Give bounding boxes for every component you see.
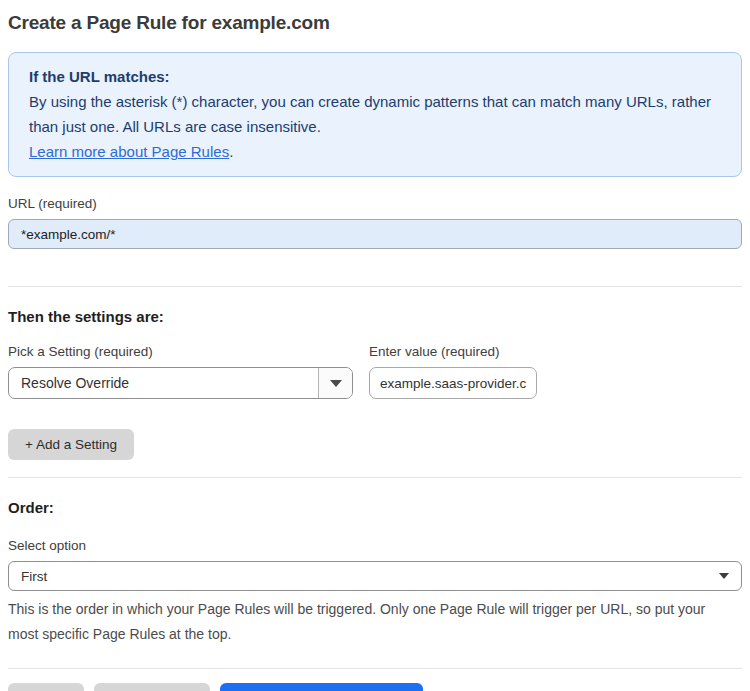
order-help-text: This is the order in which your Page Rul… xyxy=(8,597,734,647)
order-heading: Order: xyxy=(8,499,742,516)
footer-divider xyxy=(8,668,742,669)
page-rule-form: Create a Page Rule for example.com If th… xyxy=(0,12,750,691)
info-box-link-line: Learn more about Page Rules. xyxy=(29,139,721,164)
setting-select[interactable]: Resolve Override xyxy=(8,367,353,399)
chevron-down-icon xyxy=(719,573,729,579)
section-divider xyxy=(8,477,742,478)
add-setting-button[interactable]: + Add a Setting xyxy=(8,429,134,460)
page-title: Create a Page Rule for example.com xyxy=(8,12,742,34)
settings-heading: Then the settings are: xyxy=(8,308,742,325)
url-input[interactable] xyxy=(8,219,742,249)
settings-row: Pick a Setting (required) Resolve Overri… xyxy=(8,325,742,399)
setting-value-column: Enter value (required) xyxy=(369,332,537,399)
order-select[interactable]: First xyxy=(8,561,742,591)
link-suffix: . xyxy=(229,143,233,160)
order-select-value: First xyxy=(21,569,47,584)
info-box-body: By using the asterisk (*) character, you… xyxy=(29,89,721,139)
section-divider xyxy=(8,286,742,287)
setting-select-value: Resolve Override xyxy=(9,368,318,398)
url-match-info-box: If the URL matches: By using the asteris… xyxy=(8,52,742,177)
url-field-label: URL (required) xyxy=(8,196,742,211)
cancel-button[interactable]: Cancel xyxy=(8,683,84,691)
setting-select-arrow-button[interactable] xyxy=(318,368,352,398)
footer-actions: Cancel Save as Draft Save and Deploy Pag… xyxy=(8,683,742,691)
setting-picker-column: Pick a Setting (required) Resolve Overri… xyxy=(8,325,353,399)
save-as-draft-button[interactable]: Save as Draft xyxy=(94,683,210,691)
save-and-deploy-button[interactable]: Save and Deploy Page Rule xyxy=(220,683,424,691)
value-field-label: Enter value (required) xyxy=(369,344,537,359)
info-box-heading: If the URL matches: xyxy=(29,64,721,89)
chevron-down-icon xyxy=(330,380,342,387)
order-select-label: Select option xyxy=(8,538,742,553)
setting-select-label: Pick a Setting (required) xyxy=(8,344,353,359)
learn-more-link[interactable]: Learn more about Page Rules xyxy=(29,143,229,160)
setting-value-input[interactable] xyxy=(369,367,537,399)
